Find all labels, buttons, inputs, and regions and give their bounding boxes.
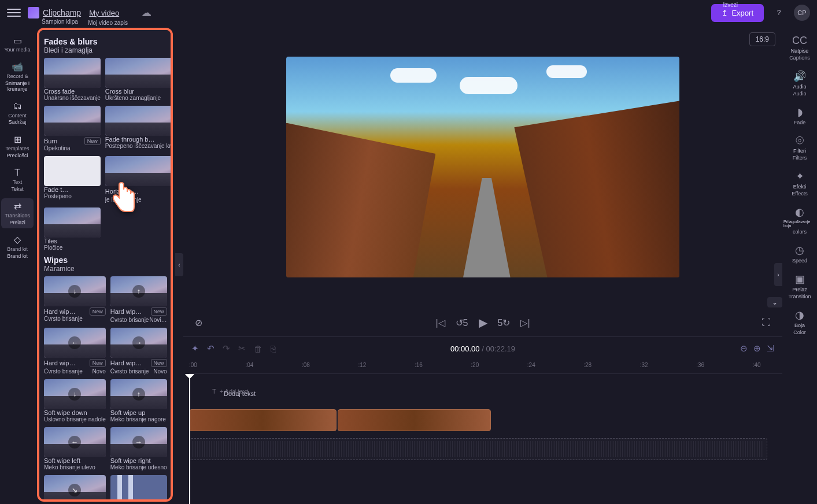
audio-icon: 🔊 bbox=[793, 70, 806, 83]
video-preview[interactable] bbox=[286, 57, 679, 277]
templates-icon: ⊞ bbox=[12, 134, 23, 145]
effects-icon: ✦ bbox=[796, 170, 804, 183]
fade-icon: ◗ bbox=[797, 106, 803, 118]
color-icon: ◑ bbox=[795, 309, 804, 321]
transition-soft-wipe-right[interactable]: →Soft wipe rightMeko brisanje udesno bbox=[110, 427, 167, 470]
new-badge: New bbox=[172, 187, 173, 195]
time-ruler[interactable]: :00 :04 :08 :12 :16 :20 :24 :28 :32 :36 … bbox=[189, 360, 782, 374]
nav-transitions[interactable]: ⇄TransitionsPrelazi bbox=[1, 198, 34, 228]
auto-enhance-icon[interactable]: ✦ bbox=[191, 343, 199, 354]
arrow-diagonal-icon: ↘ bbox=[68, 484, 81, 496]
skip-start-icon[interactable]: |◁ bbox=[435, 317, 445, 328]
video-track[interactable] bbox=[189, 409, 782, 432]
text-track[interactable]: T+ Add text Dodaj tekst bbox=[189, 380, 782, 403]
skip-end-icon[interactable]: ▷| bbox=[520, 317, 530, 328]
transitions-icon: ⇄ bbox=[12, 201, 23, 212]
new-badge: New bbox=[84, 137, 101, 145]
help-button[interactable]: ? bbox=[771, 5, 787, 21]
redo-icon[interactable]: ↷ bbox=[223, 343, 230, 354]
nav-templates[interactable]: ⊞TemplatesPredlošci bbox=[1, 131, 34, 161]
zoom-out-icon[interactable]: ⊖ bbox=[740, 343, 748, 354]
audio-waveform[interactable] bbox=[189, 438, 767, 460]
prop-fade[interactable]: ◗Fade bbox=[783, 103, 816, 128]
right-panel-expand-button[interactable]: › bbox=[774, 263, 782, 286]
new-badge: New bbox=[90, 359, 106, 367]
prop-transition[interactable]: ▣PrelazTransition bbox=[783, 270, 816, 302]
transition-soft-wipe-up[interactable]: ↑Soft wipe upMeko brisanje nagore bbox=[110, 379, 167, 423]
captions-icon: CC bbox=[792, 35, 807, 47]
undo-icon[interactable]: ↶ bbox=[207, 343, 215, 354]
transition-horizontal[interactable]: Horizonta…Newje iščezavanjeNovo bbox=[105, 156, 173, 203]
category-fades-title: Fades & blurs bbox=[44, 37, 166, 46]
preview-area: 16:9 bbox=[183, 25, 782, 309]
transition-tiles[interactable]: TilesPločice bbox=[44, 207, 101, 251]
export-button[interactable]: Izvezi ↥ Export bbox=[711, 4, 764, 22]
panel-collapse-button[interactable]: ‹ bbox=[175, 253, 183, 276]
transition-soft-wipe-left[interactable]: ←Soft wipe leftMeko brisanje ulevo bbox=[44, 427, 106, 470]
prop-filters[interactable]: ⦾FilteriFilters bbox=[783, 132, 816, 163]
zoom-fit-icon[interactable]: ⇲ bbox=[767, 343, 774, 354]
arrow-down-icon: ↓ bbox=[68, 285, 81, 298]
nav-brand-kit[interactable]: ◇Brand kitBrand kit bbox=[1, 232, 34, 262]
copy-icon[interactable]: ⎘ bbox=[271, 344, 276, 354]
arrow-up-icon: ↑ bbox=[132, 388, 145, 401]
brand-logo[interactable]: Clipchamp Šampion klipa bbox=[28, 7, 81, 18]
prop-adjust-colors[interactable]: ◐Prilagođavanje bojacolors bbox=[783, 203, 816, 237]
transition-hard-wipe-down[interactable]: ↓Hard wip…NewČvrsto brisanje bbox=[44, 276, 106, 323]
prop-color[interactable]: ◑BojaColor bbox=[783, 306, 816, 338]
category-wipes-sub: Maramice bbox=[44, 265, 166, 273]
transition-cross-blur[interactable]: Cross blurUkršteno zamagljanje bbox=[105, 58, 173, 101]
disable-preview-icon[interactable]: ⊘ bbox=[195, 317, 202, 328]
brand-name: Clipchamp bbox=[43, 8, 81, 17]
arrow-left-icon: ← bbox=[68, 336, 81, 349]
speed-icon: ◷ bbox=[795, 244, 804, 257]
filters-icon: ⦾ bbox=[796, 135, 804, 147]
transition-soft-wipe-down[interactable]: ↓Soft wipe downUslovno brisanje nadole bbox=[44, 379, 106, 423]
transition-hard-wipe-right[interactable]: →Hard wip…NewČvrsto brisanjeNovo bbox=[110, 328, 167, 375]
transition-burn[interactable]: BurnNewOpekotina bbox=[44, 106, 101, 151]
transition-fade-white[interactable]: Fade t…Postepeno bbox=[44, 156, 101, 203]
topbar: Clipchamp Šampion klipa Moj video zapis … bbox=[0, 0, 817, 25]
video-clip-2[interactable] bbox=[338, 409, 491, 431]
nav-record[interactable]: 📹Record &Snimanje i kreiranje bbox=[1, 59, 34, 95]
export-sub: Izvezi bbox=[723, 2, 738, 8]
transitions-panel: Fades & blurs Bledi i zamaglja Cross fad… bbox=[37, 28, 173, 502]
nav-content[interactable]: 🗂ContentSadržaj bbox=[1, 98, 34, 128]
user-avatar[interactable]: CP bbox=[794, 5, 810, 21]
arrow-right-icon: → bbox=[132, 436, 145, 449]
transition-fade-black[interactable]: Fade through b…Postepeno iščezavanje kro… bbox=[105, 106, 173, 151]
video-title-input[interactable] bbox=[88, 8, 134, 18]
upload-icon: ↥ bbox=[722, 9, 728, 17]
playhead[interactable] bbox=[189, 374, 190, 504]
fullscreen-icon[interactable]: ⛶ bbox=[761, 317, 771, 328]
prop-audio[interactable]: 🔊AudioAudio bbox=[783, 68, 816, 99]
prop-captions[interactable]: CCNatpiseCaptions bbox=[783, 32, 816, 63]
aspect-ratio-button[interactable]: 16:9 bbox=[749, 32, 775, 46]
nav-your-media[interactable]: ▭Your media bbox=[1, 32, 34, 55]
video-clip-1[interactable] bbox=[189, 409, 337, 431]
audio-track[interactable]: ♪+ Add audio Dodavanje zvuka bbox=[189, 438, 782, 461]
prop-effects[interactable]: ✦EfektiEffects bbox=[783, 168, 816, 199]
collapse-preview-button[interactable]: ⌄ bbox=[767, 297, 782, 307]
category-fades-sub: Bledi i zamaglja bbox=[44, 46, 166, 54]
prop-speed[interactable]: ◷Speed bbox=[783, 242, 816, 266]
transition-cross-fade[interactable]: Cross fadeUnakrsno iščezavanje bbox=[44, 58, 101, 101]
nav-text[interactable]: TTextTekst bbox=[1, 165, 34, 195]
media-icon: ▭ bbox=[12, 35, 23, 46]
play-icon[interactable]: ▶ bbox=[479, 316, 487, 329]
record-icon: 📹 bbox=[12, 61, 23, 73]
transition-hard-wipe-left[interactable]: ←Hard wip…NewČvrsto brisanjeNovo bbox=[44, 328, 106, 375]
logo-icon bbox=[28, 7, 39, 18]
cloud-sync-icon[interactable]: ☁ bbox=[141, 6, 151, 19]
content-icon: 🗂 bbox=[12, 101, 23, 112]
transition-blinds[interactable]: BlindsNewRoletne bbox=[110, 475, 167, 502]
playback-controls: ⊘ |◁ ↺5 ▶ 5↻ ▷| ⛶ ⌄ bbox=[183, 309, 782, 336]
menu-button[interactable] bbox=[7, 6, 21, 20]
zoom-in-icon[interactable]: ⊕ bbox=[753, 343, 761, 354]
delete-icon[interactable]: 🗑 bbox=[254, 344, 263, 354]
transition-diagonal[interactable]: ↘Diagonal …NewDijagonalna…Novo bbox=[44, 475, 106, 502]
transition-hard-wipe-up[interactable]: ↑Hard wip…NewČvrsto brisanjeNovi… bbox=[110, 276, 167, 323]
rewind-icon[interactable]: ↺5 bbox=[456, 317, 468, 328]
forward-icon[interactable]: 5↻ bbox=[498, 317, 511, 328]
split-icon[interactable]: ✂ bbox=[238, 343, 246, 354]
